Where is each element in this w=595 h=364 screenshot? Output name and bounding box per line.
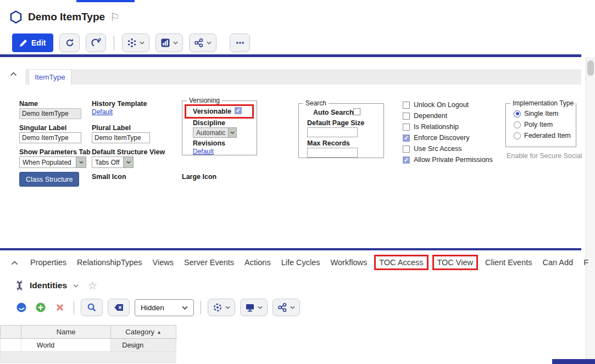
vertical-scrollbar[interactable] [586,57,595,359]
flag-icon[interactable]: ⚐ [110,12,120,23]
tab-can-add[interactable]: Can Add [542,258,573,267]
more-actions-button[interactable] [230,33,250,52]
option-label: Unlock On Logout [414,101,469,109]
chevron-down-icon [207,41,212,44]
add-row-button[interactable] [34,300,48,315]
favorite-star-icon[interactable]: ☆ [88,281,97,291]
structure-view-value: Tabs Off [92,156,123,168]
share-menu-button[interactable] [189,33,216,52]
tab-properties[interactable]: Properties [30,258,66,267]
relationship-tab-strip: Properties RelationshipTypes Views Serve… [30,251,588,273]
combo-arrow-button[interactable] [228,127,237,138]
ellipsis-icon [235,38,245,48]
identity-icon [14,280,25,291]
refresh-button[interactable] [59,33,80,52]
refresh-icon [65,38,75,48]
radio-unselected-icon[interactable] [514,132,521,139]
singular-label-input[interactable] [19,132,81,143]
tab-actions[interactable]: Actions [244,258,271,267]
combo-arrow-button[interactable] [76,156,86,168]
radio-row[interactable]: Single Item [514,110,559,117]
grid-row-selector[interactable] [1,339,21,351]
delete-row-button[interactable] [53,300,67,315]
checkbox-unchecked-icon[interactable] [403,124,410,131]
structure-menu-button[interactable] [122,33,149,52]
grid-header-name[interactable]: Name [21,326,111,338]
page-size-input[interactable] [307,127,358,137]
option-row[interactable]: Allow Private Permissions [403,156,493,164]
grid-cell-name[interactable]: World [21,339,112,351]
chevron-down-icon [126,161,131,164]
checkbox-checked-icon[interactable] [403,156,410,164]
horizontal-scrollbar-thumb[interactable] [552,359,595,364]
combo-arrow-button[interactable] [123,156,134,168]
show-parameters-select[interactable]: When Populated [19,156,86,168]
tab-itemtype[interactable]: ItemType [29,69,71,85]
history-template-link[interactable]: Default [92,108,113,116]
edit-button-label: Edit [31,38,46,47]
checkbox-checked-icon[interactable] [403,135,410,142]
checkbox-checked-icon[interactable] [235,107,242,114]
grid-header-category[interactable]: Category ▲ [111,326,176,338]
plus-icon [35,302,46,313]
display-options-button[interactable] [240,299,268,316]
checkbox-unchecked-icon[interactable] [403,113,410,120]
tab-views[interactable]: Views [153,258,174,267]
max-records-input[interactable] [307,148,358,158]
checkbox-unchecked-icon[interactable] [353,108,360,115]
toolbar-divider [114,36,114,50]
structure-view-select[interactable]: Tabs Off [92,156,134,168]
class-structure-button[interactable]: Class Structure [19,172,79,187]
grid-header-category-label: Category [125,328,154,336]
chevron-down-icon [290,306,295,309]
option-row[interactable]: Use Src Access [403,145,462,153]
tab-toc-access[interactable]: TOC Access [374,255,428,270]
tab-server-events[interactable]: Server Events [184,258,234,267]
discipline-select[interactable]: Automatic [193,127,237,138]
radio-row[interactable]: Poly Item [514,121,553,128]
tab-client-events[interactable]: Client Events [485,258,532,267]
option-row[interactable]: Enforce Discovery [403,134,469,142]
option-row[interactable]: Is Relationship [403,123,459,131]
option-row[interactable]: Unlock On Logout [403,101,469,109]
radio-row[interactable]: Federated Item [514,132,571,139]
reports-menu-button[interactable] [155,33,183,52]
grid-header-blank[interactable] [1,326,21,338]
option-row[interactable]: Dependent [403,112,447,120]
edit-button[interactable]: Edit [12,33,53,52]
name-input[interactable] [19,108,81,119]
option-label: Allow Private Permissions [414,156,493,164]
implementation-type-fieldset: Implementation Type Single Item Poly Ite… [505,103,576,147]
promote-button[interactable] [86,33,106,52]
plural-label-label: Plural Label [92,124,131,132]
grid-cell-category[interactable]: Design [111,339,176,351]
radio-unselected-icon[interactable] [514,121,521,128]
grid-row[interactable]: World Design [0,339,176,352]
plural-label-input[interactable] [92,132,150,143]
form-collapse-button[interactable] [10,72,17,76]
clear-search-button[interactable] [108,299,130,316]
share-grid-button[interactable] [273,299,300,316]
chevron-down-icon[interactable] [73,284,79,288]
select-columns-button[interactable] [208,299,235,316]
navigate-icon [16,302,27,313]
toolbar-divider [201,301,201,314]
tab-workflows[interactable]: Workflows [331,258,368,267]
revisions-link[interactable]: Default [193,148,214,155]
relationships-collapse-button[interactable] [11,261,18,265]
run-search-button[interactable] [81,299,103,316]
navigate-item-button[interactable] [14,300,29,315]
checkbox-unchecked-icon[interactable] [403,145,410,153]
grid-header-name-label: Name [57,328,76,336]
option-label: Enforce Discovery [414,134,469,142]
checkbox-unchecked-icon[interactable] [403,102,410,109]
tab-life-cycles[interactable]: Life Cycles [281,258,320,267]
tab-clipped[interactable]: F [583,258,588,267]
identities-grid: Name Category ▲ World Design [0,325,176,363]
tab-toc-view[interactable]: TOC View [432,255,479,270]
tab-relationshiptypes[interactable]: RelationshipTypes [77,258,142,267]
radio-selected-icon[interactable] [514,110,521,117]
hidden-view-select[interactable]: Hidden [135,299,194,316]
option-label: Is Relationship [414,123,459,131]
vertical-scrollbar-thumb[interactable] [587,60,594,76]
